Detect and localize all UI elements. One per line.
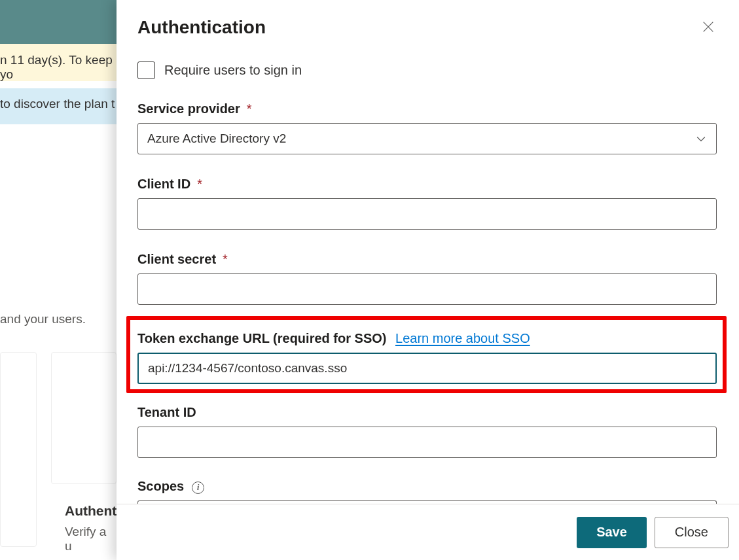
required-asterisk: * <box>223 252 228 267</box>
bg-header-bar <box>0 0 118 44</box>
require-signin-checkbox[interactable] <box>137 61 155 79</box>
close-button[interactable]: Close <box>655 517 729 548</box>
panel-footer: Save Close <box>117 504 739 560</box>
bg-card-subtitle: Verify a u <box>65 525 116 553</box>
client-secret-field: Client secret* <box>137 252 717 305</box>
scopes-label: Scopes <box>137 479 717 494</box>
bg-description-text: and your users. <box>0 312 86 326</box>
save-button[interactable]: Save <box>577 517 647 548</box>
authentication-panel: Authentication Require users to sign in … <box>117 0 739 560</box>
client-id-input[interactable] <box>137 198 717 230</box>
panel-title: Authentication <box>137 17 717 38</box>
info-icon[interactable] <box>192 481 204 494</box>
scopes-field: Scopes <box>137 479 717 504</box>
tenant-id-input[interactable] <box>137 427 717 458</box>
client-id-field: Client ID* <box>137 177 717 230</box>
require-signin-label: Require users to sign in <box>164 63 302 78</box>
bg-card <box>0 352 37 547</box>
service-provider-field: Service provider* <box>137 101 717 154</box>
bg-info-banner: to discover the plan t <box>0 88 118 124</box>
client-secret-label: Client secret* <box>137 252 717 267</box>
bg-body: and your users. Authent Verify a u <box>0 128 118 560</box>
token-exchange-field: Token exchange URL (required for SSO) Le… <box>137 331 717 384</box>
token-exchange-input[interactable] <box>137 353 717 384</box>
service-provider-label: Service provider* <box>137 101 717 116</box>
tenant-id-field: Tenant ID <box>137 405 717 458</box>
client-id-label: Client ID* <box>137 177 717 192</box>
bg-card-authentication: Authent Verify a u <box>51 352 117 484</box>
service-provider-select[interactable] <box>137 123 717 154</box>
required-asterisk: * <box>247 101 252 116</box>
required-asterisk: * <box>197 177 202 192</box>
client-secret-input[interactable] <box>137 273 717 305</box>
token-exchange-label: Token exchange URL (required for SSO) Le… <box>137 331 717 346</box>
close-icon[interactable] <box>701 20 715 34</box>
learn-more-sso-link[interactable]: Learn more about SSO <box>395 331 530 345</box>
bg-warning-banner: n 11 day(s). To keep yo <box>0 44 118 81</box>
bg-card-title: Authent <box>65 503 117 519</box>
tenant-id-label: Tenant ID <box>137 405 717 420</box>
require-signin-row: Require users to sign in <box>137 61 717 79</box>
